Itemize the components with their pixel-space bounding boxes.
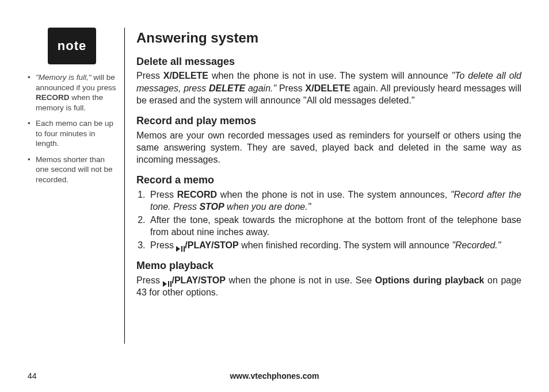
text: Press (136, 275, 163, 285)
note-text: Memos shorter than one second will not b… (36, 155, 113, 184)
list-item: Press RECORD when the phone is not in us… (148, 189, 521, 213)
section-heading-memo-playback: Memo playback (136, 259, 521, 273)
section-heading-record-play: Record and play memos (136, 114, 521, 128)
note-bold: RECORD (36, 93, 70, 102)
note-item: "Memory is full," will be announced if y… (28, 72, 116, 113)
text: when the phone is not in use. The system… (208, 71, 452, 80)
note-item: Memos shorter than one second will not b… (28, 155, 116, 185)
text: After the tone, speak towards the microp… (150, 215, 521, 237)
note-badge: note (48, 28, 96, 64)
text: Press (136, 71, 163, 80)
list-item: After the tone, speak towards the microp… (148, 214, 521, 238)
note-list: "Memory is full," will be announced if y… (28, 72, 116, 185)
key-label: RECORD (177, 190, 217, 199)
delete-all-body: Press X/DELETE when the phone is not in … (136, 70, 521, 106)
memo-playback-body: Press /PLAY/STOP when the phone is not i… (136, 274, 521, 298)
main-content: Answering system Delete all messages Pre… (125, 23, 521, 367)
list-item: Press /PLAY/STOP when finished recording… (148, 239, 521, 251)
reference-bold: Options during playback (375, 275, 485, 285)
note-quote: "Memory is full," (36, 73, 92, 82)
quote-bold: DELETE (209, 83, 245, 93)
page-number: 44 (28, 371, 62, 381)
key-label: X/DELETE (306, 83, 350, 93)
record-play-body: Memos are your own recorded messages use… (136, 129, 521, 166)
section-heading-record-memo: Record a memo (136, 174, 521, 187)
text: Press (150, 240, 176, 250)
page-title: Answering system (136, 29, 521, 47)
note-sidebar: note "Memory is full," will be announced… (28, 23, 124, 367)
key-label: X/DELETE (163, 71, 208, 80)
note-item: Each memo can be up to four minutes in l… (28, 118, 116, 149)
text: when the phone is not in use. See (226, 275, 375, 285)
content-row: note "Memory is full," will be announced… (28, 23, 521, 367)
key-label: /PLAY/STOP (185, 240, 238, 250)
footer-url: www.vtechphones.com (62, 371, 487, 381)
play-stop-icon (163, 281, 171, 287)
text: when the phone is not in use. The system… (217, 190, 451, 199)
text: Press (276, 83, 305, 93)
record-memo-steps: Press RECORD when the phone is not in us… (136, 189, 521, 252)
section-heading-delete-all: Delete all messages (136, 55, 521, 69)
quote-text: when you are done." (224, 202, 311, 212)
text: Press (150, 190, 177, 199)
page-footer: 44 www.vtechphones.com (28, 367, 521, 381)
quote-bold: STOP (199, 202, 224, 212)
key-label: /PLAY/STOP (171, 275, 225, 285)
note-text: Each memo can be up to four minutes in l… (36, 119, 113, 148)
quote-text: "Recorded." (452, 240, 501, 250)
text: when finished recording. The system will… (239, 240, 452, 250)
play-stop-icon (176, 246, 185, 252)
manual-page: note "Memory is full," will be announced… (0, 0, 549, 392)
quote-text: again." (245, 83, 276, 93)
note-badge-label: note (58, 39, 86, 53)
